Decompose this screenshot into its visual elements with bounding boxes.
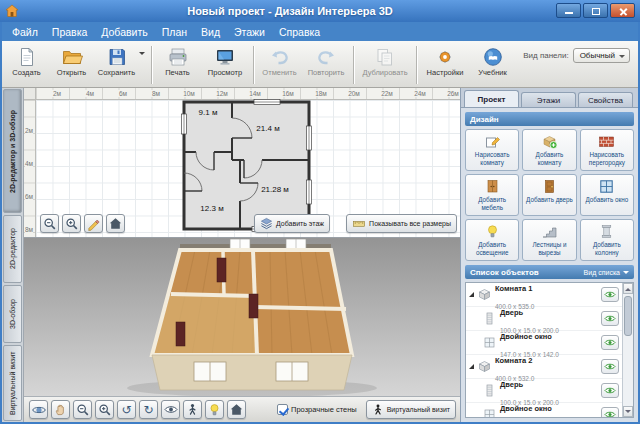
zoom-in-3d-button[interactable] bbox=[95, 400, 114, 419]
add-window-button[interactable]: Добавить окно bbox=[580, 174, 634, 216]
tutorial-icon bbox=[482, 45, 504, 68]
draw-room-icon bbox=[484, 133, 501, 150]
tab-floors[interactable]: Этажи bbox=[521, 92, 576, 107]
tab-project[interactable]: Проект bbox=[464, 90, 519, 107]
visibility-toggle[interactable] bbox=[601, 335, 619, 350]
zoom-out-3d-button[interactable] bbox=[73, 400, 92, 419]
virtual-visit-button[interactable]: Виртуальный визит bbox=[366, 400, 456, 419]
room-label-2: 21.4 м bbox=[256, 124, 279, 133]
home-view-3d-button[interactable] bbox=[227, 400, 246, 419]
design-section-header: Дизайн bbox=[465, 112, 634, 126]
room-object-icon bbox=[476, 359, 492, 374]
printer-icon bbox=[167, 45, 189, 68]
visibility-toggle[interactable] bbox=[601, 311, 619, 326]
home-view-button[interactable] bbox=[106, 214, 125, 233]
scroll-up-button[interactable] bbox=[623, 283, 633, 294]
maximize-button[interactable] bbox=[583, 3, 608, 18]
save-dropdown-button[interactable] bbox=[139, 44, 148, 73]
minimize-button[interactable] bbox=[556, 3, 581, 18]
expand-arrow-icon[interactable] bbox=[469, 364, 474, 369]
visibility-toggle[interactable] bbox=[601, 407, 619, 418]
add-floor-button[interactable]: Добавить этаж bbox=[254, 214, 330, 233]
home-icon bbox=[109, 217, 122, 230]
object-list: Комната 1400.0 x 535.0 Дверь100.0 x 15.0… bbox=[465, 282, 634, 418]
tab-2d-editor[interactable]: 2D-редактор bbox=[3, 215, 22, 283]
room-object-icon bbox=[476, 287, 492, 302]
expand-arrow-icon[interactable] bbox=[469, 292, 474, 297]
transparent-walls-checkbox[interactable] bbox=[277, 404, 288, 415]
menu-edit[interactable]: Правка bbox=[45, 22, 94, 41]
menu-file[interactable]: Файл bbox=[5, 22, 45, 41]
main-area: 2D-редактор и 3D-обзор 2D-редактор 3D-об… bbox=[2, 88, 638, 422]
zoom-out-button[interactable] bbox=[40, 214, 59, 233]
menu-floors[interactable]: Этажи bbox=[227, 22, 272, 41]
menu-help[interactable]: Справка bbox=[272, 22, 327, 41]
redo-button[interactable]: Повторить bbox=[302, 44, 350, 77]
object-list-scrollbar[interactable] bbox=[622, 283, 633, 417]
add-room-button[interactable]: Добавить комнату bbox=[522, 129, 576, 171]
save-button[interactable]: Сохранить bbox=[94, 44, 139, 77]
stairs-openings-button[interactable]: Лестницы и вырезы bbox=[522, 219, 576, 261]
undo-button[interactable]: Отменить bbox=[257, 44, 302, 77]
arrow-down-icon bbox=[625, 410, 631, 416]
list-view-dropdown[interactable]: Вид списка bbox=[584, 268, 629, 277]
lighting-button[interactable] bbox=[205, 400, 224, 419]
tab-virtual-visit[interactable]: Виртуальный визит bbox=[3, 345, 22, 421]
list-item-window-1[interactable]: Двойное окно147.0 x 15.0 x 142.0 bbox=[466, 331, 622, 355]
print-button[interactable]: Печать bbox=[155, 44, 200, 77]
close-button[interactable] bbox=[610, 3, 635, 18]
measure-tool-button[interactable] bbox=[84, 214, 103, 233]
open-button[interactable]: Открыть bbox=[49, 44, 94, 77]
add-lighting-button[interactable]: Добавить освещение bbox=[465, 219, 519, 261]
pan-button[interactable] bbox=[51, 400, 70, 419]
tab-properties[interactable]: Свойства bbox=[578, 92, 633, 107]
visibility-toggle[interactable] bbox=[601, 287, 619, 302]
view-3d-viewport[interactable] bbox=[24, 238, 460, 396]
menu-view[interactable]: Вид bbox=[194, 22, 227, 41]
design-tools-grid: Нарисовать комнату Добавить комнату Нари… bbox=[465, 129, 634, 261]
preview-button[interactable]: Просмотр bbox=[200, 44, 250, 77]
redo-icon bbox=[315, 45, 337, 68]
menubar: Файл Правка Добавить План Вид Этажи Спра… bbox=[2, 22, 638, 41]
view-panel-select[interactable]: Обычный bbox=[573, 48, 630, 63]
eye-icon bbox=[604, 386, 616, 395]
scroll-thumb[interactable] bbox=[624, 296, 632, 336]
draw-partition-button[interactable]: Нарисовать перегородку bbox=[580, 129, 634, 171]
tab-3d-view[interactable]: 3D-обзор bbox=[3, 285, 22, 343]
zoom-in-icon bbox=[98, 403, 112, 417]
rotate-right-button[interactable]: ↻ bbox=[139, 400, 158, 419]
add-column-button[interactable]: Добавить колонну bbox=[580, 219, 634, 261]
add-furniture-button[interactable]: Добавить мебель bbox=[465, 174, 519, 216]
undo-icon bbox=[269, 45, 291, 68]
titlebar[interactable]: Новый проект - Дизайн Интерьера 3D bbox=[0, 0, 640, 22]
walking-person-icon bbox=[372, 403, 384, 416]
scroll-down-button[interactable] bbox=[623, 406, 633, 417]
menu-plan[interactable]: План bbox=[155, 22, 194, 41]
room-label-3: 21.28 м bbox=[261, 185, 289, 194]
tutorial-button[interactable]: Учебник bbox=[470, 44, 515, 77]
menu-add[interactable]: Добавить bbox=[94, 22, 154, 41]
toolbar-separator bbox=[253, 46, 254, 84]
objects-section-header: Список объектов Вид списка bbox=[465, 265, 634, 279]
dimensions-ruler-icon bbox=[352, 217, 366, 230]
view-from-eyes-button[interactable] bbox=[161, 400, 180, 419]
new-button[interactable]: Создать bbox=[4, 44, 49, 77]
zoom-in-icon bbox=[65, 217, 79, 231]
duplicate-button[interactable]: Дублировать bbox=[357, 44, 413, 77]
zoom-in-button[interactable] bbox=[62, 214, 81, 233]
add-door-button[interactable]: Добавить дверь bbox=[522, 174, 576, 216]
transparent-walls-toggle[interactable]: Прозрачные стены bbox=[277, 404, 357, 415]
show-dimensions-button[interactable]: Показывать все размеры bbox=[346, 214, 457, 233]
settings-button[interactable]: Настройки bbox=[420, 44, 470, 77]
visibility-toggle[interactable] bbox=[601, 383, 619, 398]
draw-room-button[interactable]: Нарисовать комнату bbox=[465, 129, 519, 171]
eye-icon bbox=[604, 362, 616, 371]
visibility-toggle[interactable] bbox=[601, 359, 619, 374]
plan-2d-viewport[interactable]: 2м 4м 6м 8м 10м 12м 14м 16м 18м 20м 22м … bbox=[24, 88, 460, 238]
rotate-left-button[interactable]: ↺ bbox=[117, 400, 136, 419]
list-item-window-2[interactable]: Двойное окно147.0 x 15.0 x 142.0 bbox=[466, 403, 622, 418]
tab-2d-3d-editor[interactable]: 2D-редактор и 3D-обзор bbox=[3, 89, 22, 213]
duplicate-icon bbox=[374, 45, 396, 68]
orbit-button[interactable] bbox=[29, 400, 48, 419]
walk-view-button[interactable] bbox=[183, 400, 202, 419]
